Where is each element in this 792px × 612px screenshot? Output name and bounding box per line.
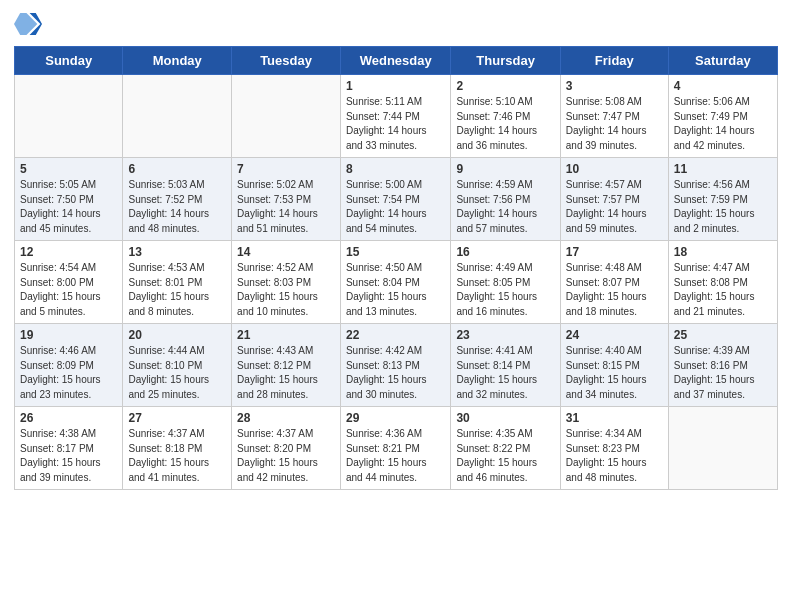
col-header-friday: Friday <box>560 47 668 75</box>
calendar-week-1: 1Sunrise: 5:11 AMSunset: 7:44 PMDaylight… <box>15 75 778 158</box>
calendar-cell <box>123 75 232 158</box>
day-number: 22 <box>346 328 445 342</box>
calendar-cell: 25Sunrise: 4:39 AMSunset: 8:16 PMDayligh… <box>668 324 777 407</box>
day-number: 2 <box>456 79 554 93</box>
calendar-cell: 31Sunrise: 4:34 AMSunset: 8:23 PMDayligh… <box>560 407 668 490</box>
calendar-cell: 12Sunrise: 4:54 AMSunset: 8:00 PMDayligh… <box>15 241 123 324</box>
day-number: 19 <box>20 328 117 342</box>
calendar-cell: 13Sunrise: 4:53 AMSunset: 8:01 PMDayligh… <box>123 241 232 324</box>
calendar-cell: 30Sunrise: 4:35 AMSunset: 8:22 PMDayligh… <box>451 407 560 490</box>
calendar-cell: 24Sunrise: 4:40 AMSunset: 8:15 PMDayligh… <box>560 324 668 407</box>
day-number: 25 <box>674 328 772 342</box>
day-info: Sunrise: 5:05 AMSunset: 7:50 PMDaylight:… <box>20 178 117 236</box>
day-number: 9 <box>456 162 554 176</box>
day-number: 1 <box>346 79 445 93</box>
day-info: Sunrise: 5:06 AMSunset: 7:49 PMDaylight:… <box>674 95 772 153</box>
calendar-cell: 5Sunrise: 5:05 AMSunset: 7:50 PMDaylight… <box>15 158 123 241</box>
calendar-cell: 1Sunrise: 5:11 AMSunset: 7:44 PMDaylight… <box>340 75 450 158</box>
day-number: 6 <box>128 162 226 176</box>
day-number: 15 <box>346 245 445 259</box>
day-info: Sunrise: 4:43 AMSunset: 8:12 PMDaylight:… <box>237 344 335 402</box>
calendar-cell: 21Sunrise: 4:43 AMSunset: 8:12 PMDayligh… <box>232 324 341 407</box>
calendar-cell: 28Sunrise: 4:37 AMSunset: 8:20 PMDayligh… <box>232 407 341 490</box>
day-number: 29 <box>346 411 445 425</box>
calendar-cell: 29Sunrise: 4:36 AMSunset: 8:21 PMDayligh… <box>340 407 450 490</box>
col-header-thursday: Thursday <box>451 47 560 75</box>
calendar-cell: 19Sunrise: 4:46 AMSunset: 8:09 PMDayligh… <box>15 324 123 407</box>
calendar-cell: 3Sunrise: 5:08 AMSunset: 7:47 PMDaylight… <box>560 75 668 158</box>
day-number: 11 <box>674 162 772 176</box>
day-info: Sunrise: 4:47 AMSunset: 8:08 PMDaylight:… <box>674 261 772 319</box>
calendar-week-2: 5Sunrise: 5:05 AMSunset: 7:50 PMDaylight… <box>15 158 778 241</box>
day-info: Sunrise: 4:37 AMSunset: 8:20 PMDaylight:… <box>237 427 335 485</box>
day-info: Sunrise: 4:59 AMSunset: 7:56 PMDaylight:… <box>456 178 554 236</box>
calendar-header-row: SundayMondayTuesdayWednesdayThursdayFrid… <box>15 47 778 75</box>
calendar: SundayMondayTuesdayWednesdayThursdayFrid… <box>14 46 778 490</box>
day-number: 20 <box>128 328 226 342</box>
day-number: 28 <box>237 411 335 425</box>
day-info: Sunrise: 4:39 AMSunset: 8:16 PMDaylight:… <box>674 344 772 402</box>
logo <box>14 10 44 38</box>
day-number: 8 <box>346 162 445 176</box>
page: SundayMondayTuesdayWednesdayThursdayFrid… <box>0 0 792 504</box>
day-number: 16 <box>456 245 554 259</box>
calendar-cell: 10Sunrise: 4:57 AMSunset: 7:57 PMDayligh… <box>560 158 668 241</box>
day-info: Sunrise: 5:08 AMSunset: 7:47 PMDaylight:… <box>566 95 663 153</box>
day-info: Sunrise: 4:37 AMSunset: 8:18 PMDaylight:… <box>128 427 226 485</box>
calendar-cell <box>15 75 123 158</box>
calendar-week-5: 26Sunrise: 4:38 AMSunset: 8:17 PMDayligh… <box>15 407 778 490</box>
day-info: Sunrise: 4:46 AMSunset: 8:09 PMDaylight:… <box>20 344 117 402</box>
day-number: 3 <box>566 79 663 93</box>
day-number: 23 <box>456 328 554 342</box>
day-number: 26 <box>20 411 117 425</box>
day-info: Sunrise: 4:38 AMSunset: 8:17 PMDaylight:… <box>20 427 117 485</box>
calendar-cell: 26Sunrise: 4:38 AMSunset: 8:17 PMDayligh… <box>15 407 123 490</box>
day-info: Sunrise: 5:10 AMSunset: 7:46 PMDaylight:… <box>456 95 554 153</box>
day-info: Sunrise: 4:50 AMSunset: 8:04 PMDaylight:… <box>346 261 445 319</box>
calendar-cell: 11Sunrise: 4:56 AMSunset: 7:59 PMDayligh… <box>668 158 777 241</box>
day-info: Sunrise: 4:41 AMSunset: 8:14 PMDaylight:… <box>456 344 554 402</box>
day-number: 5 <box>20 162 117 176</box>
day-number: 17 <box>566 245 663 259</box>
calendar-cell: 8Sunrise: 5:00 AMSunset: 7:54 PMDaylight… <box>340 158 450 241</box>
day-info: Sunrise: 4:49 AMSunset: 8:05 PMDaylight:… <box>456 261 554 319</box>
day-info: Sunrise: 4:57 AMSunset: 7:57 PMDaylight:… <box>566 178 663 236</box>
day-number: 7 <box>237 162 335 176</box>
day-number: 12 <box>20 245 117 259</box>
day-info: Sunrise: 4:53 AMSunset: 8:01 PMDaylight:… <box>128 261 226 319</box>
calendar-cell: 16Sunrise: 4:49 AMSunset: 8:05 PMDayligh… <box>451 241 560 324</box>
day-info: Sunrise: 4:56 AMSunset: 7:59 PMDaylight:… <box>674 178 772 236</box>
day-number: 27 <box>128 411 226 425</box>
col-header-saturday: Saturday <box>668 47 777 75</box>
calendar-cell: 22Sunrise: 4:42 AMSunset: 8:13 PMDayligh… <box>340 324 450 407</box>
calendar-cell: 17Sunrise: 4:48 AMSunset: 8:07 PMDayligh… <box>560 241 668 324</box>
calendar-cell: 2Sunrise: 5:10 AMSunset: 7:46 PMDaylight… <box>451 75 560 158</box>
calendar-cell: 4Sunrise: 5:06 AMSunset: 7:49 PMDaylight… <box>668 75 777 158</box>
col-header-tuesday: Tuesday <box>232 47 341 75</box>
col-header-sunday: Sunday <box>15 47 123 75</box>
day-number: 10 <box>566 162 663 176</box>
calendar-cell <box>232 75 341 158</box>
calendar-week-4: 19Sunrise: 4:46 AMSunset: 8:09 PMDayligh… <box>15 324 778 407</box>
day-number: 21 <box>237 328 335 342</box>
calendar-cell: 27Sunrise: 4:37 AMSunset: 8:18 PMDayligh… <box>123 407 232 490</box>
calendar-cell: 9Sunrise: 4:59 AMSunset: 7:56 PMDaylight… <box>451 158 560 241</box>
day-info: Sunrise: 5:03 AMSunset: 7:52 PMDaylight:… <box>128 178 226 236</box>
day-info: Sunrise: 4:52 AMSunset: 8:03 PMDaylight:… <box>237 261 335 319</box>
calendar-cell: 18Sunrise: 4:47 AMSunset: 8:08 PMDayligh… <box>668 241 777 324</box>
day-number: 31 <box>566 411 663 425</box>
day-number: 4 <box>674 79 772 93</box>
day-info: Sunrise: 4:48 AMSunset: 8:07 PMDaylight:… <box>566 261 663 319</box>
day-number: 13 <box>128 245 226 259</box>
calendar-cell: 20Sunrise: 4:44 AMSunset: 8:10 PMDayligh… <box>123 324 232 407</box>
day-info: Sunrise: 4:54 AMSunset: 8:00 PMDaylight:… <box>20 261 117 319</box>
day-info: Sunrise: 4:42 AMSunset: 8:13 PMDaylight:… <box>346 344 445 402</box>
day-number: 24 <box>566 328 663 342</box>
day-number: 30 <box>456 411 554 425</box>
calendar-cell: 6Sunrise: 5:03 AMSunset: 7:52 PMDaylight… <box>123 158 232 241</box>
logo-icon <box>14 10 42 38</box>
calendar-cell: 15Sunrise: 4:50 AMSunset: 8:04 PMDayligh… <box>340 241 450 324</box>
calendar-cell <box>668 407 777 490</box>
day-number: 18 <box>674 245 772 259</box>
calendar-week-3: 12Sunrise: 4:54 AMSunset: 8:00 PMDayligh… <box>15 241 778 324</box>
